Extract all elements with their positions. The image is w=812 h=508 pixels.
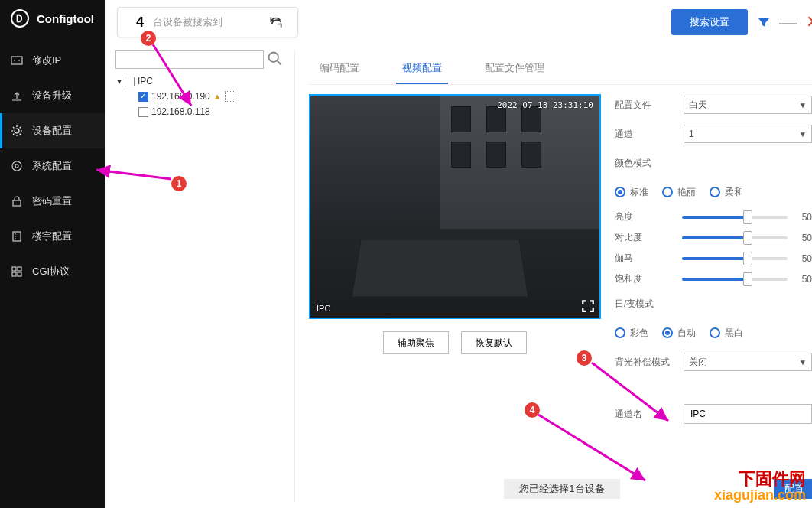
gamma-slider[interactable] <box>682 257 788 260</box>
nav-label: 楼宇配置 <box>32 230 72 243</box>
radio-bw[interactable] <box>710 327 720 338</box>
filter-icon[interactable] <box>755 14 772 31</box>
svg-point-10 <box>268 53 278 63</box>
upgrade-icon <box>11 90 23 102</box>
tree-search <box>115 50 284 69</box>
sidebar-item-modify-ip[interactable]: 修改IP <box>0 43 105 78</box>
minimize-icon[interactable]: — <box>780 14 797 31</box>
sidebar-item-password-reset[interactable]: 密码重置 <box>0 184 105 219</box>
refresh-icon[interactable] <box>268 15 284 30</box>
nav-label: 密码重置 <box>32 194 72 208</box>
checkbox[interactable]: ✓ <box>138 92 148 102</box>
lock-icon <box>11 195 23 207</box>
close-icon[interactable]: ✕ <box>804 14 812 31</box>
tab-video[interactable]: 视频配置 <box>396 57 448 84</box>
fullscreen-icon[interactable] <box>581 299 595 313</box>
select-value: 白天 <box>689 99 707 112</box>
tree-ip: 192.168.0.190 <box>151 89 210 104</box>
collapse-icon[interactable]: ▾ <box>117 73 122 89</box>
radio-auto[interactable] <box>662 327 673 338</box>
nav-label: 修改IP <box>32 54 61 67</box>
sidebar-item-building-config[interactable]: 楼宇配置 <box>0 219 105 254</box>
channel-select[interactable]: 1 ▼ <box>684 125 812 143</box>
contrast-value: 50 <box>794 233 812 243</box>
channel-label: 通道 <box>615 128 676 141</box>
tree-item[interactable]: ✓ 192.168.0.190 ▲ <box>115 89 284 104</box>
svg-rect-5 <box>13 232 21 241</box>
dn-radio-group: 彩色 自动 黑白 <box>615 327 812 340</box>
tree-item[interactable]: 192.168.0.118 <box>115 104 284 119</box>
video-scene <box>310 96 599 318</box>
gamma-label: 伽马 <box>615 252 676 265</box>
tree: ▾ IPC ✓ 192.168.0.190 ▲ 192.168.0.118 <box>115 73 284 119</box>
brightness-label: 亮度 <box>615 210 676 223</box>
assist-focus-button[interactable]: 辅助聚焦 <box>383 331 449 354</box>
svg-rect-6 <box>12 267 16 271</box>
svg-point-2 <box>12 161 21 171</box>
device-tree-panel: ▾ IPC ✓ 192.168.0.190 ▲ 192.168.0.118 <box>115 50 284 502</box>
chevron-down-icon: ▼ <box>799 101 807 109</box>
tree-search-input[interactable] <box>115 50 264 69</box>
annotation-4: 4 <box>525 402 540 418</box>
checkbox[interactable] <box>138 107 148 117</box>
sidebar-item-upgrade[interactable]: 设备升级 <box>0 78 105 113</box>
content: ▾ IPC ✓ 192.168.0.190 ▲ 192.168.0.118 <box>105 44 812 508</box>
search-settings-button[interactable]: 搜索设置 <box>671 9 748 35</box>
sidebar: Configtool 修改IP 设备升级 设备配置 系统配置 密码重置 楼宇配置… <box>0 0 105 508</box>
logo: Configtool <box>0 0 105 43</box>
radio-vivid[interactable] <box>662 187 673 197</box>
building-shape <box>440 96 599 229</box>
brightness-slider[interactable] <box>682 216 788 219</box>
warning-icon: ▲ <box>213 89 222 104</box>
video-preview[interactable]: 2022-07-13 23:31:10 IPC <box>309 94 601 319</box>
sidebar-item-system-config[interactable]: 系统配置 <box>0 148 105 184</box>
svg-point-1 <box>15 129 19 133</box>
video-channel-overlay: IPC <box>317 304 330 313</box>
selection-status: 您已经选择1台设备 <box>504 479 619 499</box>
system-icon <box>11 160 23 172</box>
channel-name-input[interactable] <box>684 404 812 424</box>
search-icon[interactable] <box>267 50 284 67</box>
radio-standard[interactable] <box>615 187 625 197</box>
saturation-label: 饱和度 <box>615 272 676 285</box>
chevron-down-icon: ▼ <box>799 358 807 366</box>
profile-select[interactable]: 白天 ▼ <box>684 96 812 114</box>
sidebar-item-cgi[interactable]: CGI协议 <box>0 254 105 289</box>
radio-soft[interactable] <box>710 187 720 197</box>
gear-icon <box>11 125 23 137</box>
tab-encode[interactable]: 编码配置 <box>313 57 365 84</box>
color-mode-label: 颜色模式 <box>615 157 676 170</box>
gamma-value: 50 <box>794 253 812 264</box>
contrast-slider[interactable] <box>682 236 788 239</box>
tree-root-label: IPC <box>138 73 153 89</box>
nav-label: 设备升级 <box>32 89 72 103</box>
tab-profile[interactable]: 配置文件管理 <box>479 57 551 84</box>
topbar: 4 台设备被搜索到 搜索设置 — ✕ <box>105 0 812 44</box>
video-box: 2022-07-13 23:31:10 IPC 辅助聚焦 恢复默认 <box>309 94 601 473</box>
select-value: 关闭 <box>689 356 707 369</box>
svg-rect-7 <box>18 267 21 271</box>
selection-marker <box>225 91 235 102</box>
profile-label: 配置文件 <box>615 99 676 112</box>
saturation-value: 50 <box>794 274 812 285</box>
nav-label: 系统配置 <box>32 159 72 173</box>
contrast-label: 对比度 <box>615 231 676 244</box>
watermark-text-top: 下固件网 <box>714 470 806 488</box>
annotation-3: 3 <box>577 350 592 366</box>
logo-icon <box>11 9 29 28</box>
main: 4 台设备被搜索到 搜索设置 — ✕ ▾ <box>105 0 812 508</box>
restore-default-button[interactable]: 恢复默认 <box>461 331 527 354</box>
select-value: 1 <box>689 129 694 139</box>
svg-rect-8 <box>12 272 16 276</box>
tree-ip: 192.168.0.118 <box>151 104 210 119</box>
sidebar-item-device-config[interactable]: 设备配置 <box>0 113 105 148</box>
tree-root[interactable]: ▾ IPC <box>115 73 284 89</box>
svg-rect-9 <box>18 272 21 276</box>
backlight-select[interactable]: 关闭 ▼ <box>684 353 812 371</box>
radio-color[interactable] <box>615 327 625 338</box>
checkbox[interactable] <box>125 77 135 86</box>
building-icon <box>11 230 23 243</box>
ip-icon <box>11 54 23 67</box>
grid-icon <box>11 265 23 278</box>
saturation-slider[interactable] <box>682 278 788 281</box>
